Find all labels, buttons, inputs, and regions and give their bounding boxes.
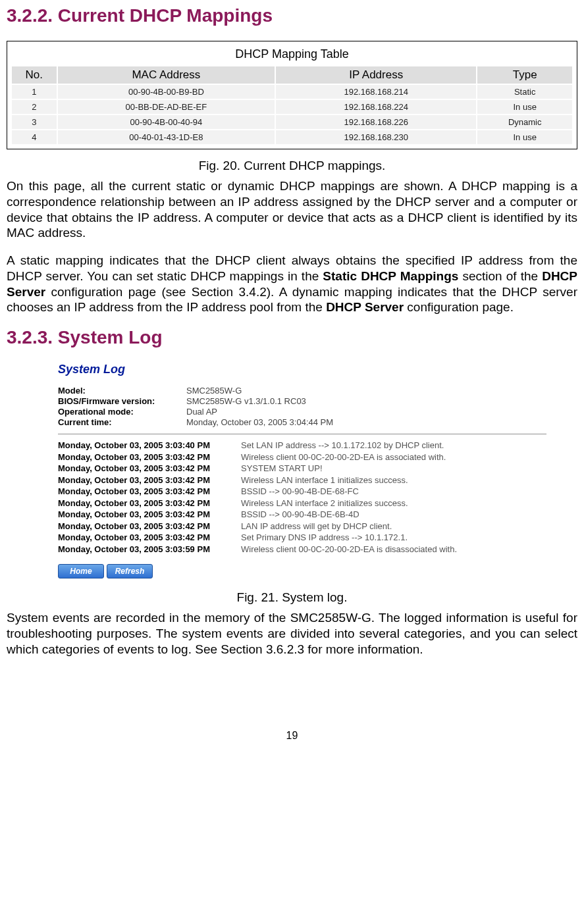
info-label: BIOS/Firmware version: xyxy=(58,396,186,406)
log-message: Wireless LAN interface 1 initializes suc… xyxy=(241,475,408,486)
cell-mac: 00-90-4B-00-B9-BD xyxy=(58,85,275,99)
cell-no: 2 xyxy=(12,100,57,114)
log-message: BSSID --> 00-90-4B-DE-68-FC xyxy=(241,486,359,498)
log-message: Wireless LAN interface 2 initializes suc… xyxy=(241,498,408,509)
log-timestamp: Monday, October 03, 2005 3:03:42 PM xyxy=(58,463,241,475)
log-row: Monday, October 03, 2005 3:03:42 PMWirel… xyxy=(58,451,546,463)
log-message: LAN IP address will get by DHCP client. xyxy=(241,521,392,532)
figure-caption-20: Fig. 20. Current DHCP mappings. xyxy=(7,159,577,173)
log-message: BSSID --> 00-90-4B-DE-6B-4D xyxy=(241,509,359,521)
log-row: Monday, October 03, 2005 3:03:42 PMSYSTE… xyxy=(58,463,546,475)
col-no: No. xyxy=(12,66,57,84)
log-message: Set LAN IP address --> 10.1.172.102 by D… xyxy=(241,440,444,451)
log-timestamp: Monday, October 03, 2005 3:03:59 PM xyxy=(58,544,241,555)
divider xyxy=(58,434,546,434)
log-timestamp: Monday, October 03, 2005 3:03:42 PM xyxy=(58,498,241,509)
cell-mac: 00-40-01-43-1D-E8 xyxy=(58,130,275,144)
log-message: Set Primary DNS IP address --> 10.1.172.… xyxy=(241,532,408,544)
info-row: BIOS/Firmware version:SMC2585W-G v1.3/1.… xyxy=(58,396,546,406)
info-value: SMC2585W-G v1.3/1.0.1 RC03 xyxy=(186,396,306,406)
log-row: Monday, October 03, 2005 3:03:42 PMSet P… xyxy=(58,532,546,544)
log-timestamp: Monday, October 03, 2005 3:03:42 PM xyxy=(58,509,241,521)
log-row: Monday, October 03, 2005 3:03:40 PMSet L… xyxy=(58,440,546,451)
table-row: 4 00-40-01-43-1D-E8 192.168.168.230 In u… xyxy=(12,130,572,144)
log-message: SYSTEM START UP! xyxy=(241,463,323,475)
info-label: Operational mode: xyxy=(58,407,186,417)
log-timestamp: Monday, October 03, 2005 3:03:40 PM xyxy=(58,440,241,451)
table-row: 2 00-BB-DE-AD-BE-EF 192.168.168.224 In u… xyxy=(12,100,572,114)
log-timestamp: Monday, October 03, 2005 3:03:42 PM xyxy=(58,475,241,486)
dhcp-table-title: DHCP Mapping Table xyxy=(12,46,572,65)
system-log-panel: System Log Model:SMC2585W-GBIOS/Firmware… xyxy=(58,363,546,578)
dhcp-table-frame: DHCP Mapping Table No. MAC Address IP Ad… xyxy=(7,41,577,149)
log-row: Monday, October 03, 2005 3:03:42 PMLAN I… xyxy=(58,521,546,532)
system-log-title: System Log xyxy=(58,363,546,376)
text: section of the xyxy=(458,269,542,283)
log-row: Monday, October 03, 2005 3:03:42 PMBSSID… xyxy=(58,486,546,498)
log-timestamp: Monday, October 03, 2005 3:03:42 PM xyxy=(58,532,241,544)
bold-text: DHCP Server xyxy=(326,300,404,314)
log-timestamp: Monday, October 03, 2005 3:03:42 PM xyxy=(58,521,241,532)
log-message: Wireless client 00-0C-20-00-2D-EA is dis… xyxy=(241,544,457,555)
cell-ip: 192.168.168.226 xyxy=(276,115,476,129)
refresh-button[interactable]: Refresh xyxy=(107,564,153,578)
paragraph-1: On this page, all the current static or … xyxy=(7,178,577,241)
table-row: 1 00-90-4B-00-B9-BD 192.168.168.214 Stat… xyxy=(12,85,572,99)
cell-ip: 192.168.168.224 xyxy=(276,100,476,114)
col-mac: MAC Address xyxy=(58,66,275,84)
info-value: SMC2585W-G xyxy=(186,386,242,396)
cell-no: 1 xyxy=(12,85,57,99)
cell-mac: 00-BB-DE-AD-BE-EF xyxy=(58,100,275,114)
log-entries: Monday, October 03, 2005 3:03:40 PMSet L… xyxy=(58,440,546,555)
log-row: Monday, October 03, 2005 3:03:42 PMWirel… xyxy=(58,475,546,486)
cell-type: Dynamic xyxy=(477,115,572,129)
section-heading-1: 3.2.2. Current DHCP Mappings xyxy=(7,5,577,26)
cell-type: Static xyxy=(477,85,572,99)
table-row: 3 00-90-4B-00-40-94 192.168.168.226 Dyna… xyxy=(12,115,572,129)
col-ip: IP Address xyxy=(276,66,476,84)
paragraph-3: System events are recorded in the memory… xyxy=(7,610,577,657)
log-row: Monday, October 03, 2005 3:03:42 PMWirel… xyxy=(58,498,546,509)
log-message: Wireless client 00-0C-20-00-2D-EA is ass… xyxy=(241,451,446,463)
cell-mac: 00-90-4B-00-40-94 xyxy=(58,115,275,129)
section-heading-2: 3.2.3. System Log xyxy=(7,327,577,348)
dhcp-mapping-table: DHCP Mapping Table No. MAC Address IP Ad… xyxy=(11,45,573,145)
button-row: Home Refresh xyxy=(58,564,546,578)
info-value: Dual AP xyxy=(186,407,217,417)
text: configuration page. xyxy=(404,300,514,314)
cell-ip: 192.168.168.214 xyxy=(276,85,476,99)
figure-caption-21: Fig. 21. System log. xyxy=(7,590,577,605)
cell-ip: 192.168.168.230 xyxy=(276,130,476,144)
cell-no: 4 xyxy=(12,130,57,144)
info-row: Model:SMC2585W-G xyxy=(58,386,546,396)
info-label: Model: xyxy=(58,386,186,396)
home-button[interactable]: Home xyxy=(58,564,104,578)
cell-type: In use xyxy=(477,130,572,144)
log-row: Monday, October 03, 2005 3:03:59 PMWirel… xyxy=(58,544,546,555)
info-row: Operational mode:Dual AP xyxy=(58,407,546,417)
log-timestamp: Monday, October 03, 2005 3:03:42 PM xyxy=(58,486,241,498)
page-number: 19 xyxy=(7,730,577,742)
info-value: Monday, October 03, 2005 3:04:44 PM xyxy=(186,417,333,427)
paragraph-2: A static mapping indicates that the DHCP… xyxy=(7,253,577,315)
cell-type: In use xyxy=(477,100,572,114)
info-label: Current time: xyxy=(58,417,186,427)
cell-no: 3 xyxy=(12,115,57,129)
bold-text: Static DHCP Mappings xyxy=(323,269,458,283)
col-type: Type xyxy=(477,66,572,84)
log-timestamp: Monday, October 03, 2005 3:03:42 PM xyxy=(58,451,241,463)
log-row: Monday, October 03, 2005 3:03:42 PMBSSID… xyxy=(58,509,546,521)
info-row: Current time:Monday, October 03, 2005 3:… xyxy=(58,417,546,427)
